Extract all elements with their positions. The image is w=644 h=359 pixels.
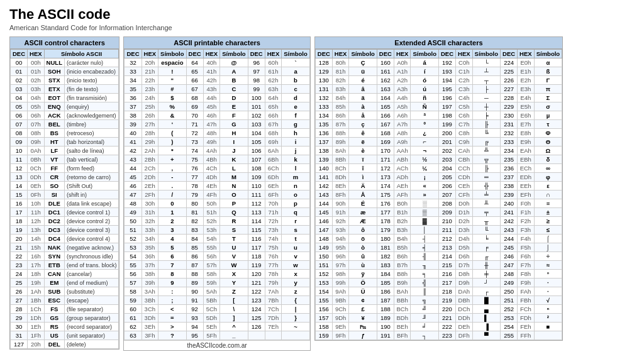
symbol-cell: ¥	[349, 314, 377, 323]
dec-cell: 78	[186, 182, 203, 191]
dec-cell: 29	[11, 314, 28, 323]
symbol-cell: DC4	[44, 235, 64, 243]
dec-cell: 210	[438, 217, 455, 226]
dec-cell: 09	[11, 138, 28, 146]
hex-cell: 45h	[203, 102, 220, 111]
hex-cell: 14h	[28, 235, 45, 243]
printable-row: 5032h28252hR11472hr	[125, 217, 309, 226]
hex-cell: 34h	[142, 235, 158, 243]
dec-cell: 238	[501, 182, 518, 191]
dec-cell: 45	[125, 173, 142, 182]
hex-cell: BEh	[394, 323, 411, 331]
symbol-cell: Ä	[349, 182, 377, 191]
hex-cell: 46h	[203, 111, 220, 120]
dec-cell: 24	[11, 270, 28, 279]
hex-cell: 35h	[142, 243, 158, 252]
symbol-cell: ≥	[534, 217, 562, 226]
symbol-cell: B	[220, 76, 248, 85]
dec-cell: 161	[377, 67, 394, 76]
symbol-cell: _	[220, 331, 248, 340]
dec-cell: 30	[11, 323, 28, 331]
extended-row: 14894hö180B4h┤212D4h╘244F4h⌠	[315, 235, 562, 243]
dec-cell: 134	[315, 111, 332, 120]
symbol-cell: STX	[44, 76, 64, 85]
symbol-cell: ═	[472, 173, 500, 182]
symbol-cell: ì	[349, 173, 377, 182]
symbol-cell: ]	[220, 314, 248, 323]
dec-cell: 225	[501, 67, 518, 76]
symbol-cell: Ñ	[411, 102, 438, 111]
symbol-cell: LF	[44, 146, 64, 155]
dec-cell: 139	[315, 155, 332, 164]
symbol-cell: '	[158, 120, 186, 129]
hex-cell: 15h	[28, 243, 45, 252]
dec-cell: 167	[377, 120, 394, 129]
dec-cell: 15	[11, 191, 28, 199]
dec-cell: 53	[125, 243, 142, 252]
printable-row: 593Bh;915Bh[1237Bh{	[125, 296, 309, 305]
symbol-cell: ^	[220, 323, 248, 331]
e-hex3: HEX	[456, 50, 473, 58]
dec-cell: 214	[438, 252, 455, 261]
symbol-cell: ÷	[534, 252, 562, 261]
symbol-desc: (end of trans. block)	[64, 261, 119, 270]
symbol-cell: -	[158, 173, 186, 182]
printable-section: ASCII printable characters DEC HEX Símbo…	[123, 36, 310, 351]
control-row: 00 00h NULL (carácter nulo)	[11, 58, 119, 67]
extended-row: 1428EhÄ174AEh«206CEh╬238EEhε	[315, 182, 562, 191]
dec-cell: 04	[11, 94, 28, 102]
printable-row: 613Dh=935Dh]1257Dh}	[125, 314, 309, 323]
dec-cell: 173	[377, 173, 394, 182]
dec-cell: 135	[315, 120, 332, 129]
symbol-cell: ╞	[472, 111, 500, 120]
hex-cell: 0Fh	[28, 191, 45, 199]
symbol-cell: ╨	[472, 199, 500, 208]
extended-row: 14490hÉ176B0h░208D0h╨240F0h≡	[315, 199, 562, 208]
hex-cell: C7h	[456, 120, 473, 129]
symbol-cell: ╣	[411, 279, 438, 287]
dec-cell: 191	[377, 331, 394, 340]
dec-cell: 163	[377, 85, 394, 94]
symbol-cell: e	[282, 102, 309, 111]
symbol-cell: φ	[534, 173, 562, 182]
symbol-cell: ï	[349, 155, 377, 164]
dec-cell: 72	[186, 129, 203, 138]
dec-cell: 74	[186, 146, 203, 155]
hex-cell: D7h	[456, 261, 473, 270]
symbol-cell: ┐	[411, 331, 438, 340]
dec-cell: 224	[501, 58, 518, 67]
symbol-cell: ┼	[472, 102, 500, 111]
dec-cell: 124	[248, 305, 265, 314]
extended-row: 1579Dh¥189BDh╜221DDh▌253FDh²	[315, 314, 562, 323]
dec-cell: 03	[11, 85, 28, 94]
hex-cell: BCh	[394, 305, 411, 314]
symbol-cell: ë	[349, 138, 377, 146]
symbol-cell: ▄	[472, 305, 500, 314]
hex-cell: C5h	[456, 102, 473, 111]
hex-cell: D3h	[456, 226, 473, 235]
dec-cell: 48	[125, 199, 142, 208]
dec-cell: 68	[186, 94, 203, 102]
page-title: The ASCII code	[9, 6, 635, 23]
dec-cell: 146	[315, 217, 332, 226]
symbol-cell: ~	[282, 323, 309, 331]
symbol-cell: ≈	[534, 261, 562, 270]
hex-cell: B0h	[394, 199, 411, 208]
symbol-cell: ê	[349, 129, 377, 138]
symbol-cell: R	[220, 217, 248, 226]
hex-cell: 48h	[203, 129, 220, 138]
symbol-cell: EOT	[44, 94, 64, 102]
symbol-desc: (file separator)	[64, 305, 119, 314]
dec-cell: 108	[248, 164, 265, 173]
hex-cell: 7Ch	[265, 305, 282, 314]
hex-cell: 44h	[203, 94, 220, 102]
symbol-cell: Z	[220, 287, 248, 296]
control-section-title: ASCII control characters	[10, 37, 119, 49]
dec-cell: 75	[186, 155, 203, 164]
dec-cell: 228	[501, 94, 518, 102]
symbol-cell: N	[220, 182, 248, 191]
symbol-cell: à	[349, 102, 377, 111]
symbol-desc: (unit separator)	[64, 331, 119, 340]
dec-cell: 202	[438, 146, 455, 155]
symbol-desc: (salto de línea)	[64, 146, 119, 155]
